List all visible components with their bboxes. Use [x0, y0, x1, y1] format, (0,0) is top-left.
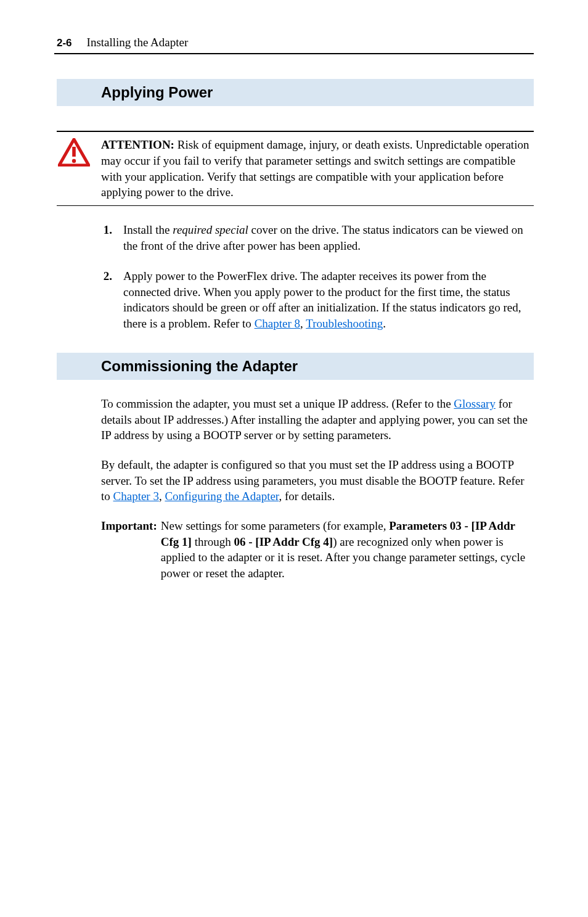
important-label: Important: — [101, 518, 157, 582]
step-body: Install the required special cover on th… — [123, 222, 534, 253]
attention-text: ATTENTION: Risk of equipment damage, inj… — [101, 137, 534, 200]
troubleshooting-link[interactable]: Troubleshooting — [306, 317, 383, 330]
chapter-link[interactable]: Chapter 8 — [255, 317, 300, 330]
important-note: Important: New settings for some paramet… — [101, 518, 534, 582]
page-header: 2-6 Installing the Adapter — [54, 35, 534, 51]
chapter-link[interactable]: Chapter 3 — [113, 490, 159, 503]
glossary-link[interactable]: Glossary — [454, 397, 496, 410]
list-item: 1. Install the required special cover on… — [101, 222, 534, 253]
paragraph: By default, the adapter is configured so… — [101, 457, 534, 504]
warning-icon — [58, 138, 90, 200]
svg-rect-1 — [72, 147, 76, 157]
section-body: To commission the adapter, you must set … — [101, 396, 534, 581]
attention-block: ATTENTION: Risk of equipment damage, inj… — [57, 131, 534, 206]
section-heading-band: Commissioning the Adapter — [57, 353, 534, 380]
svg-point-2 — [72, 159, 76, 163]
steps-list: 1. Install the required special cover on… — [101, 222, 534, 332]
page-title: Installing the Adapter — [87, 35, 189, 51]
section-heading-band: Applying Power — [57, 79, 534, 106]
configuring-link[interactable]: Configuring the Adapter — [165, 490, 279, 503]
attention-label: ATTENTION: — [101, 138, 174, 151]
step-body: Apply power to the PowerFlex drive. The … — [123, 268, 534, 332]
section-heading: Applying Power — [101, 83, 534, 102]
step-number: 2. — [101, 268, 112, 332]
page-number: 2-6 — [57, 36, 72, 51]
header-rule — [54, 53, 534, 54]
paragraph: To commission the adapter, you must set … — [101, 396, 534, 443]
step-number: 1. — [101, 222, 112, 253]
list-item: 2. Apply power to the PowerFlex drive. T… — [101, 268, 534, 332]
important-body: New settings for some parameters (for ex… — [161, 518, 534, 582]
emphasis: required special — [173, 223, 248, 236]
parameter-name: 06 - [IP Addr Cfg 4] — [234, 535, 333, 548]
section-heading: Commissioning the Adapter — [101, 356, 534, 376]
